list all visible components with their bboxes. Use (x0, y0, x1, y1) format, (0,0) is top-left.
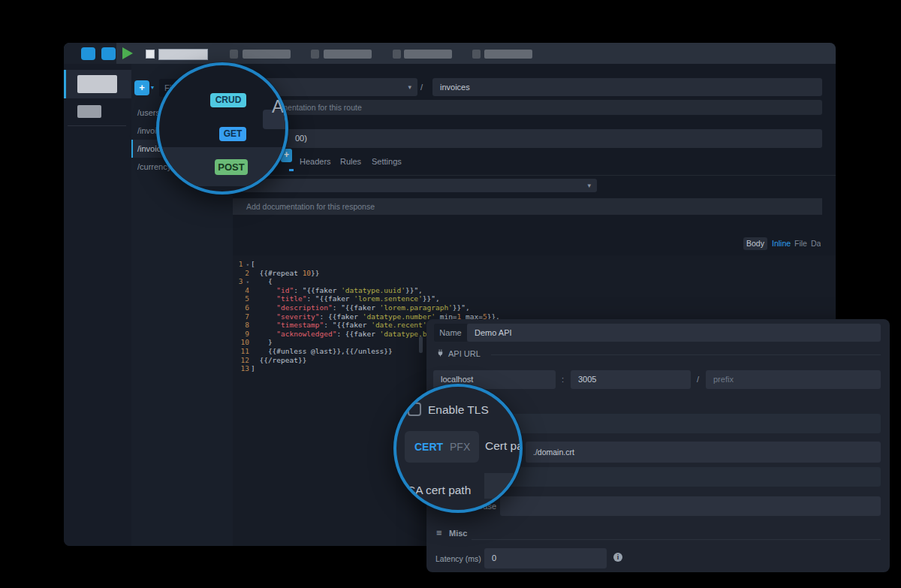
chevron-down-icon: ▾ (408, 83, 411, 91)
cert-path-input[interactable]: ./domain.crt (526, 442, 881, 463)
cert-toggle-option-active[interactable]: CERT (414, 441, 443, 453)
fold-caret-icon[interactable]: ▾ (243, 262, 249, 268)
editor-scrollbar[interactable] (419, 336, 423, 353)
magnifier-tls-settings: Enable TLS CERT PFX Cert path CA cert pa… (393, 384, 523, 513)
code-token: "severity" (276, 312, 319, 321)
toolbar (64, 43, 836, 64)
code-token: 10 (303, 269, 311, 277)
enable-tls-label: Enable TLS (428, 403, 489, 417)
cert-path-label: Cert path (485, 439, 523, 453)
editor-line-number: 13 (233, 364, 249, 373)
environments-sidebar (64, 64, 131, 546)
editor-code-line[interactable]: "id": "{{faker 'datatype.uuid'}}", (251, 286, 500, 295)
tab-settings[interactable]: Settings (372, 157, 402, 166)
code-token: {{/repeat}} (251, 356, 306, 364)
environment-item[interactable] (77, 105, 101, 118)
crud-method-badge: CRUD (210, 93, 246, 107)
editor-line-number: 11 (233, 347, 249, 356)
route-path-input[interactable]: invoices (432, 78, 822, 96)
post-method-badge: POST (215, 159, 248, 175)
code-token: : "{{faker (333, 303, 380, 312)
menu-item-redacted[interactable] (484, 50, 532, 59)
code-token: } (251, 338, 273, 346)
editor-code-line[interactable]: "description": "{{faker 'lorem.paragraph… (251, 303, 500, 312)
editor-line-number: 8 (233, 321, 249, 330)
editor-line-number: 12 (233, 356, 249, 365)
divider (472, 539, 881, 540)
editor-line-number: 10 (233, 338, 249, 347)
code-token: : "{{faker (294, 286, 341, 294)
code-token: 'date.recent' (371, 321, 426, 329)
editor-line-number: 1 ▾ (233, 260, 249, 269)
editor-line-number: 9 (233, 330, 249, 339)
code-token: }} (311, 269, 319, 277)
play-icon[interactable] (122, 47, 133, 59)
route-doc-input[interactable]: Add documentation for this route (240, 100, 822, 115)
active-menu-icon (146, 50, 155, 59)
ca-cert-path-input[interactable] (490, 467, 881, 487)
editor-line-number: 3 ▾ (233, 277, 249, 286)
menu-icon (393, 50, 401, 59)
info-icon[interactable]: i (613, 553, 622, 562)
editor-code-line[interactable]: { (251, 277, 500, 286)
add-route-button[interactable]: + (134, 80, 149, 95)
code-token: : "{{faker (324, 321, 371, 329)
code-token (251, 303, 276, 312)
editor-code-line[interactable]: [ (251, 260, 500, 269)
tab-headers[interactable]: Headers (300, 157, 331, 166)
chevron-down-icon[interactable]: ▾ (151, 84, 154, 91)
code-token: 'datatype.number' (363, 312, 435, 321)
code-token: 'lorem.paragraph' (380, 303, 453, 312)
editor-code-line[interactable]: "title": "{{faker 'lorem.sentence'}}", (251, 294, 500, 303)
code-token: : {{faker (336, 330, 379, 338)
active-tab-indicator (289, 169, 294, 171)
api-url-section-title: API URL (448, 349, 481, 358)
body-source-file[interactable]: File (794, 239, 807, 248)
passphrase-input[interactable] (500, 496, 881, 516)
environment-name-redacted (77, 75, 117, 93)
code-token (251, 294, 276, 303)
latency-input[interactable]: 0 (484, 548, 607, 568)
code-token: "id" (276, 286, 294, 294)
menu-item-redacted[interactable] (404, 50, 452, 59)
tab-rules[interactable]: Rules (340, 157, 361, 166)
port-input[interactable]: 3005 (571, 370, 691, 389)
prefix-input[interactable]: prefix (706, 370, 881, 389)
menu-item-redacted[interactable] (324, 50, 372, 59)
code-token: {{#unless @last}},{{/unless}} (251, 347, 393, 355)
body-source-databucket[interactable]: Da (811, 239, 821, 250)
window-control-icon[interactable] (81, 47, 95, 60)
code-token: : {{faker (320, 312, 363, 321)
pfx-toggle-option[interactable]: PFX (450, 441, 470, 453)
plug-icon (436, 348, 444, 357)
editor-line-number: 7 (233, 312, 249, 321)
fold-caret-icon[interactable]: ▾ (243, 279, 249, 285)
enable-tls-checkbox[interactable] (408, 403, 421, 416)
response-doc-input[interactable]: Add documentation for this response (233, 198, 822, 215)
editor-code-line[interactable]: {{#repeat 10}} (251, 269, 500, 278)
editor-line-number: 2 (233, 269, 249, 278)
code-token: "timestamp" (276, 321, 324, 329)
code-token: [ (251, 260, 255, 268)
editor-line-number: 4 (233, 286, 249, 295)
body-tab-label[interactable]: Body (743, 237, 767, 250)
body-source-inline[interactable]: Inline (772, 239, 791, 248)
ca-cert-path-label: CA cert path (407, 484, 471, 497)
latency-label: Latency (ms) (435, 554, 481, 563)
active-menu-item-redacted[interactable] (158, 49, 208, 60)
environment-item-active[interactable] (64, 70, 131, 98)
status-code-dropdown[interactable]: ▾ (240, 179, 597, 192)
menu-icon (311, 50, 319, 59)
path-separator: / (420, 78, 423, 96)
response-selector[interactable] (239, 129, 822, 148)
code-token: "acknowledged" (276, 330, 336, 338)
code-token (251, 330, 276, 338)
menu-item-redacted[interactable] (243, 50, 291, 59)
response-status-fragment: 00) (295, 129, 307, 148)
editor-line-number: 5 (233, 294, 249, 303)
environment-name-input[interactable]: Demo API (467, 324, 881, 342)
code-token: "description" (276, 303, 332, 312)
get-method-badge: GET (219, 127, 246, 141)
window-control-icon[interactable] (101, 47, 116, 60)
editor-gutter: 1 ▾23 ▾45678910111213 (233, 260, 249, 373)
